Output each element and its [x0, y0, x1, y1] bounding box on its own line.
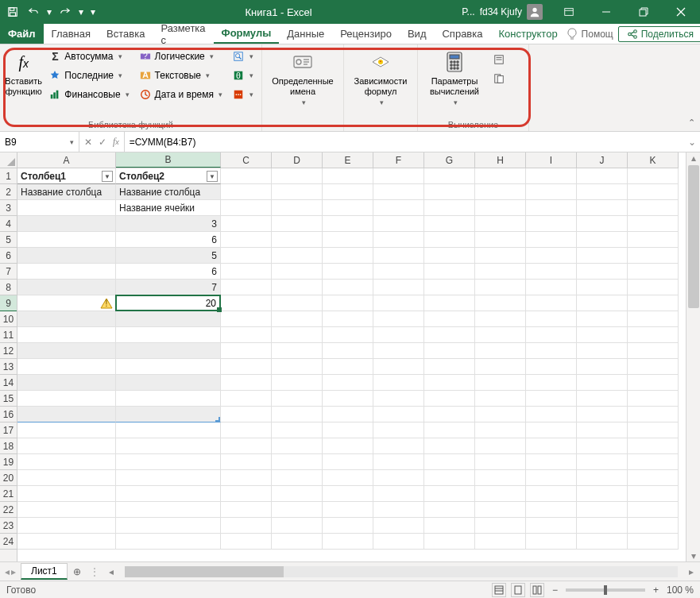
vertical-scroll-thumb[interactable]	[688, 165, 699, 308]
cell-D12[interactable]	[272, 343, 323, 359]
cell-F2[interactable]	[373, 184, 424, 200]
cell-A7[interactable]	[17, 264, 116, 280]
cell-D4[interactable]	[272, 216, 323, 232]
col-header-E[interactable]: E	[323, 152, 373, 168]
cell-B3[interactable]: Название ячейки	[116, 200, 221, 216]
row-header-24[interactable]: 24	[0, 534, 17, 550]
col-header-B[interactable]: B	[116, 152, 221, 168]
cell-I18[interactable]	[526, 438, 577, 454]
cell-C15[interactable]	[221, 391, 272, 407]
cell-E9[interactable]	[323, 295, 373, 311]
cell-H24[interactable]	[475, 534, 526, 550]
cell-G24[interactable]	[424, 534, 475, 550]
cell-H2[interactable]	[475, 184, 526, 200]
cell-A13[interactable]	[17, 359, 116, 375]
cell-I1[interactable]	[526, 168, 577, 184]
cell-I17[interactable]	[526, 422, 577, 438]
cell-J9[interactable]	[577, 295, 628, 311]
cell-E4[interactable]	[323, 216, 373, 232]
cell-C21[interactable]	[221, 486, 272, 502]
cell-J24[interactable]	[577, 534, 628, 550]
calc-options-button[interactable]: Параметры вычислений▾	[423, 48, 486, 118]
cell-G7[interactable]	[424, 264, 475, 280]
cell-H22[interactable]	[475, 502, 526, 518]
col-header-F[interactable]: F	[373, 152, 424, 168]
cell-B18[interactable]	[116, 438, 221, 454]
row-header-7[interactable]: 7	[0, 264, 17, 280]
cell-J22[interactable]	[577, 502, 628, 518]
col-header-C[interactable]: C	[221, 152, 272, 168]
filter-dropdown-B[interactable]: ▼	[207, 171, 218, 182]
row-headers[interactable]: 123456789101112131415161718192021222324	[0, 168, 17, 561]
row-header-6[interactable]: 6	[0, 248, 17, 264]
cell-D20[interactable]	[272, 470, 323, 486]
row-header-19[interactable]: 19	[0, 454, 17, 470]
datetime-button[interactable]: Дата и время▾	[136, 86, 226, 103]
cell-E12[interactable]	[323, 343, 373, 359]
cell-J7[interactable]	[577, 264, 628, 280]
cell-G11[interactable]	[424, 327, 475, 343]
row-header-23[interactable]: 23	[0, 518, 17, 534]
cell-I22[interactable]	[526, 502, 577, 518]
cell-H18[interactable]	[475, 438, 526, 454]
cell-J1[interactable]	[577, 168, 628, 184]
cell-B5[interactable]: 6	[116, 232, 221, 248]
cell-F13[interactable]	[373, 359, 424, 375]
cell-K9[interactable]	[628, 295, 679, 311]
recent-button[interactable]: Последние▾	[45, 67, 132, 84]
calc-sheet-button[interactable]	[489, 70, 509, 87]
tab-view[interactable]: Вид	[400, 24, 435, 44]
cell-C22[interactable]	[221, 502, 272, 518]
cell-K11[interactable]	[628, 327, 679, 343]
cell-J6[interactable]	[577, 248, 628, 264]
row-header-11[interactable]: 11	[0, 327, 17, 343]
tab-pagelayout[interactable]: Разметка с	[153, 24, 213, 44]
cell-J8[interactable]	[577, 280, 628, 295]
cell-G17[interactable]	[424, 422, 475, 438]
cell-D19[interactable]	[272, 454, 323, 470]
cell-K22[interactable]	[628, 502, 679, 518]
view-normal-button[interactable]	[492, 583, 506, 597]
cell-H3[interactable]	[475, 200, 526, 216]
cell-I2[interactable]	[526, 184, 577, 200]
cell-F3[interactable]	[373, 200, 424, 216]
share-button[interactable]: Поделиться	[618, 26, 700, 42]
cell-G23[interactable]	[424, 518, 475, 534]
cell-G21[interactable]	[424, 486, 475, 502]
cell-H7[interactable]	[475, 264, 526, 280]
cell-E8[interactable]	[323, 280, 373, 295]
cell-C7[interactable]	[221, 264, 272, 280]
cell-I3[interactable]	[526, 200, 577, 216]
row-header-18[interactable]: 18	[0, 438, 17, 454]
cell-B22[interactable]	[116, 502, 221, 518]
filter-dropdown-A[interactable]: ▼	[102, 171, 113, 182]
col-header-H[interactable]: H	[475, 152, 526, 168]
cell-G9[interactable]	[424, 295, 475, 311]
tab-designer[interactable]: Конструктор	[490, 24, 565, 44]
cell-K18[interactable]	[628, 438, 679, 454]
cell-A4[interactable]	[17, 216, 116, 232]
cell-K5[interactable]	[628, 232, 679, 248]
cell-A21[interactable]	[17, 486, 116, 502]
cell-I8[interactable]	[526, 280, 577, 295]
cell-J17[interactable]	[577, 422, 628, 438]
row-header-8[interactable]: 8	[0, 280, 17, 295]
cell-C19[interactable]	[221, 454, 272, 470]
cell-K20[interactable]	[628, 470, 679, 486]
cell-F14[interactable]	[373, 375, 424, 391]
cell-E1[interactable]	[323, 168, 373, 184]
cell-E6[interactable]	[323, 248, 373, 264]
cell-J3[interactable]	[577, 200, 628, 216]
cell-H12[interactable]	[475, 343, 526, 359]
cell-G13[interactable]	[424, 359, 475, 375]
cell-D15[interactable]	[272, 391, 323, 407]
cell-A22[interactable]	[17, 502, 116, 518]
cell-J12[interactable]	[577, 343, 628, 359]
cell-B12[interactable]	[116, 343, 221, 359]
cell-D3[interactable]	[272, 200, 323, 216]
cell-H11[interactable]	[475, 327, 526, 343]
cell-D10[interactable]	[272, 311, 323, 327]
cell-A12[interactable]	[17, 343, 116, 359]
cell-F12[interactable]	[373, 343, 424, 359]
cell-G5[interactable]	[424, 232, 475, 248]
